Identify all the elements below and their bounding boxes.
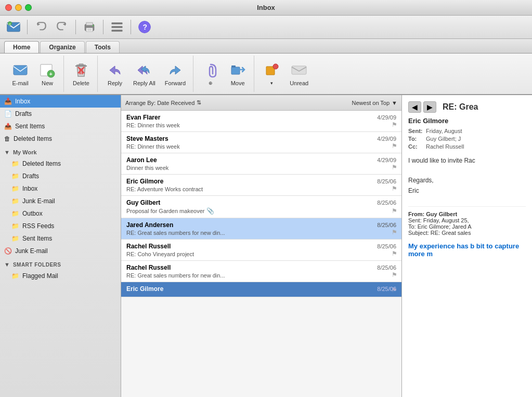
rules-button[interactable]: ▾ — [258, 58, 284, 89]
sidebar-item-inbox[interactable]: 📥 Inbox — [0, 95, 121, 108]
mw-inbox-item[interactable]: 📁 Inbox — [0, 182, 121, 195]
svg-rect-11 — [112, 22, 123, 24]
help-button[interactable]: ? — [135, 18, 154, 36]
junk-icon: 🚫 — [4, 247, 12, 255]
sent-label: Sent Items — [15, 123, 45, 130]
to-label: To: — [408, 136, 424, 142]
tab-tools[interactable]: Tools — [86, 41, 120, 53]
ribbon-group-new: E-mail + New — [4, 56, 64, 92]
print-button[interactable] — [80, 18, 99, 36]
attach-button[interactable]: ⊕ — [198, 58, 224, 89]
email-item[interactable]: Rachel Russell 8/25/06 RE: Great sales n… — [121, 261, 401, 282]
sidebar-item-drafts[interactable]: 📄 Drafts — [0, 108, 121, 120]
mw-sent-label: Sent Items — [22, 235, 52, 242]
title-bar: Inbox — [0, 0, 532, 16]
next-button[interactable]: ▶ — [423, 101, 436, 113]
email-date: 8/25/06 — [377, 200, 396, 206]
to-value: Guy Gilbert; J — [426, 136, 461, 142]
app-icon: + — [6, 20, 21, 34]
deleted-icon: 🗑 — [4, 135, 10, 142]
email-item[interactable]: Aaron Lee 4/29/09 Dinner this week ⚑ — [121, 153, 401, 175]
junk-email-item[interactable]: 🚫 Junk E-mail — [0, 245, 121, 257]
prev-button[interactable]: ◀ — [408, 101, 421, 113]
new-label: New — [42, 80, 53, 86]
email-list-header: Arrange By: Date Received ⇅ Newest on To… — [121, 95, 401, 111]
email-subject: RE: Dinner this week — [126, 122, 396, 128]
email-subject: RE: Adventure Works contract — [126, 186, 396, 192]
email-item-header: Eric Gilmore 8/25/06 — [126, 285, 396, 293]
sidebar-item-deleted[interactable]: 🗑 Deleted Items — [0, 133, 121, 145]
undo-button[interactable] — [32, 18, 50, 36]
email-item[interactable]: Eric Gilmore 8/25/06 RE: Adventure Works… — [121, 175, 401, 196]
svg-rect-25 — [231, 65, 236, 68]
sf-triangle-icon: ▼ — [4, 261, 10, 268]
email-button[interactable]: E-mail — [7, 58, 33, 89]
reading-body: I would like to invite Rac Regards, Eric — [408, 156, 526, 196]
close-button[interactable] — [5, 4, 12, 11]
move-icon — [229, 62, 246, 78]
from-sent: Sent: Friday, August 25, — [408, 217, 526, 223]
reply-button[interactable]: Reply — [102, 58, 128, 89]
sort-order-control[interactable]: Newest on Top ▼ — [352, 100, 397, 106]
email-item[interactable]: Rachel Russell 8/25/06 RE: Coho Vineyard… — [121, 240, 401, 261]
flag-icon: ⚑ — [392, 121, 397, 128]
mw-drafts-item[interactable]: 📁 Drafts — [0, 170, 121, 182]
email-item[interactable]: Steve Masters 4/29/09 RE: Dinner this we… — [121, 132, 401, 153]
ribbon-group-delete: Delete — [65, 56, 98, 92]
svg-point-10 — [93, 25, 94, 27]
flagged-mail-item[interactable]: 📁 Flagged Mail — [0, 270, 121, 282]
unread-button[interactable]: Unread — [286, 58, 313, 89]
svg-rect-7 — [86, 28, 93, 32]
email-new-row: E-mail + New — [7, 58, 60, 89]
ribbon-group-move: ⊕ Move — [194, 56, 254, 92]
email-date: 4/29/09 — [377, 136, 396, 142]
cc-label: Cc: — [408, 143, 424, 150]
drafts-label: Drafts — [15, 110, 32, 117]
extra-row: ▾ Unread — [258, 58, 313, 89]
email-item-header: Rachel Russell 8/25/06 — [126, 243, 396, 250]
email-item[interactable]: Evan Flarer 4/29/09 RE: Dinner this week… — [121, 111, 401, 132]
svg-rect-28 — [292, 66, 306, 74]
reply-all-button[interactable]: Reply All — [129, 58, 160, 89]
app-icon-button[interactable]: + — [4, 18, 23, 36]
separator — [27, 20, 28, 34]
move-button[interactable]: Move — [225, 58, 251, 89]
mw-sent-item[interactable]: 📁 Sent Items — [0, 232, 121, 245]
email-item[interactable]: Jared Andersen 8/25/06 RE: Great sales n… — [121, 218, 401, 240]
forward-button[interactable]: Forward — [161, 58, 190, 89]
email-subject: Dinner this week — [126, 165, 396, 171]
tab-organize[interactable]: Organize — [40, 41, 84, 53]
mw-junk-item[interactable]: 📁 Junk E-mail — [0, 195, 121, 207]
name-text: Eric — [408, 186, 526, 196]
email-items: Evan Flarer 4/29/09 RE: Dinner this week… — [121, 111, 401, 397]
sort-order-label: Newest on Top — [352, 100, 390, 106]
print-icon — [82, 20, 97, 34]
svg-rect-16 — [14, 65, 27, 75]
redo-button[interactable] — [53, 18, 71, 36]
minimize-button[interactable] — [15, 4, 22, 11]
arrange-by-control[interactable]: Arrange By: Date Received ⇅ — [125, 99, 201, 106]
maximize-button[interactable] — [25, 4, 32, 11]
mw-deleted-item[interactable]: 📁 Deleted Items — [0, 157, 121, 170]
mw-rss-item[interactable]: 📁 RSS Feeds — [0, 220, 121, 232]
email-item-header: Jared Andersen 8/25/06 — [126, 221, 396, 229]
email-item[interactable]: Guy Gilbert 8/25/06 Proposal for Garden … — [121, 196, 401, 218]
view-button[interactable] — [108, 18, 126, 36]
mw-drafts-icon: 📁 — [11, 173, 19, 180]
inbox-label: Inbox — [15, 98, 30, 105]
new-button[interactable]: + New — [34, 58, 60, 89]
mw-outbox-icon: 📁 — [11, 210, 19, 217]
flagged-icon: 📁 — [11, 272, 19, 280]
email-subject: RE: Coho Vineyard project — [126, 251, 396, 257]
email-item[interactable]: Eric Gilmore 8/25/06 ⚑ — [121, 282, 401, 297]
svg-rect-12 — [112, 26, 123, 28]
delete-button[interactable]: Delete — [68, 58, 94, 89]
blue-body-text: My experience has b bit to capture more … — [408, 242, 526, 258]
sidebar-item-sent[interactable]: 📤 Sent Items — [0, 120, 121, 133]
flag-icon: ⚑ — [392, 164, 397, 171]
email-item-header: Aaron Lee 4/29/09 — [126, 156, 396, 164]
ribbon-tabs: Home Organize Tools — [0, 39, 532, 54]
tab-home[interactable]: Home — [4, 41, 39, 53]
mw-outbox-item[interactable]: 📁 Outbox — [0, 207, 121, 220]
svg-rect-9 — [87, 30, 92, 31]
